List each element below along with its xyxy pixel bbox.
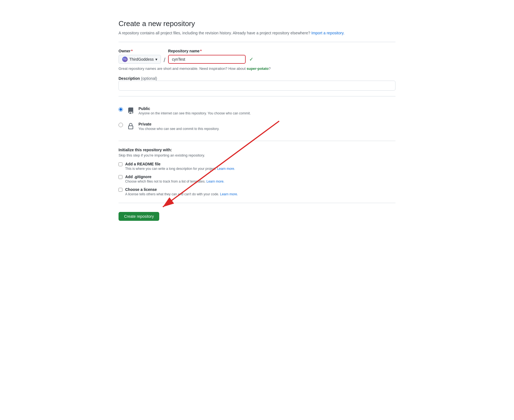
section-divider-4 [119, 203, 395, 203]
slash-separator: / [164, 57, 165, 63]
public-content: Public Anyone on the internet can see th… [138, 106, 395, 115]
suggestion-suffix: ? [269, 66, 271, 71]
owner-name: ThirdGoddess [129, 57, 154, 62]
repo-name-input[interactable] [168, 55, 246, 64]
private-desc: You choose who can see and commit to thi… [138, 127, 395, 131]
gitignore-learn-more-link[interactable]: Learn more. [206, 180, 224, 183]
private-content: Private You choose who can see and commi… [138, 122, 395, 131]
private-radio[interactable] [119, 123, 123, 127]
owner-label: Owner* [119, 49, 161, 53]
license-title: Choose a license [125, 187, 395, 192]
description-label: Description (optional) [119, 76, 157, 81]
section-divider-2 [119, 96, 395, 96]
visibility-section: Public Anyone on the internet can see th… [119, 103, 395, 134]
private-title: Private [138, 122, 395, 126]
section-divider-1 [119, 42, 395, 42]
repo-name-group: Repository name* ✓ [168, 49, 246, 64]
readme-desc: This is where you can write a long descr… [125, 167, 395, 171]
page-container: Create a new repository A repository con… [119, 11, 395, 229]
init-title: Initialize this repository with: [119, 148, 395, 152]
owner-group: Owner* TG ThirdGoddess ▾ [119, 49, 161, 64]
readme-title: Add a README file [125, 162, 395, 166]
optional-label: (optional) [141, 76, 157, 81]
subtitle: A repository contains all project files,… [119, 31, 395, 35]
public-radio[interactable] [119, 107, 123, 112]
readme-checkbox[interactable] [119, 162, 122, 166]
private-option[interactable]: Private You choose who can see and commi… [119, 119, 395, 134]
gitignore-content: Add .gitignore Choose which files not to… [125, 175, 395, 183]
owner-selector-button[interactable]: TG ThirdGoddess ▾ [119, 55, 161, 64]
license-desc: A license tells others what they can and… [125, 192, 395, 196]
license-desc-text: A license tells others what they can and… [125, 192, 219, 196]
license-checkbox[interactable] [119, 188, 122, 192]
public-title: Public [138, 106, 395, 111]
readme-content: Add a README file This is where you can … [125, 162, 395, 171]
repo-name-wrapper: ✓ [168, 55, 246, 64]
description-input[interactable] [119, 81, 395, 91]
create-button-container: Create repository [119, 210, 159, 221]
gitignore-title: Add .gitignore [125, 175, 395, 179]
gitignore-desc: Choose which files not to track from a l… [125, 180, 395, 183]
init-section: Initialize this repository with: Skip th… [119, 148, 395, 196]
repo-name-required: * [200, 49, 202, 53]
owner-required: * [131, 49, 133, 53]
import-link[interactable]: Import a repository. [311, 31, 345, 35]
gitignore-checkbox[interactable] [119, 175, 122, 179]
readme-learn-more-link[interactable]: Learn more. [217, 167, 235, 171]
readme-desc-text: This is where you can write a long descr… [125, 167, 216, 171]
suggestion-text: Great repository names are short and mem… [119, 66, 395, 71]
init-subtitle: Skip this step if you're importing an ex… [119, 153, 395, 157]
dropdown-arrow-icon: ▾ [155, 57, 157, 62]
valid-check-icon: ✓ [249, 56, 253, 62]
create-repository-button[interactable]: Create repository [119, 212, 159, 221]
description-label-text: Description [119, 76, 140, 81]
private-lock-icon [126, 122, 135, 131]
repo-name-label: Repository name* [168, 49, 246, 53]
page-title: Create a new repository [119, 19, 395, 28]
suggestion-prefix: Great repository names are short and mem… [119, 66, 246, 71]
license-content: Choose a license A license tells others … [125, 187, 395, 196]
gitignore-option: Add .gitignore Choose which files not to… [119, 175, 395, 183]
license-learn-more-link[interactable]: Learn more. [220, 192, 238, 196]
subtitle-text: A repository contains all project files,… [119, 31, 310, 35]
suggestion-name-link[interactable]: super-potato [246, 66, 268, 71]
owner-repo-row: Owner* TG ThirdGoddess ▾ / Repository na… [119, 49, 395, 64]
public-option[interactable]: Public Anyone on the internet can see th… [119, 103, 395, 119]
section-divider-3 [119, 141, 395, 141]
public-desc: Anyone on the internet can see this repo… [138, 111, 395, 115]
readme-option: Add a README file This is where you can … [119, 162, 395, 171]
license-option: Choose a license A license tells others … [119, 187, 395, 196]
avatar: TG [122, 57, 128, 62]
gitignore-desc-text: Choose which files not to track from a l… [125, 180, 205, 183]
public-repo-icon [126, 106, 135, 115]
description-section: Description (optional) [119, 76, 395, 91]
